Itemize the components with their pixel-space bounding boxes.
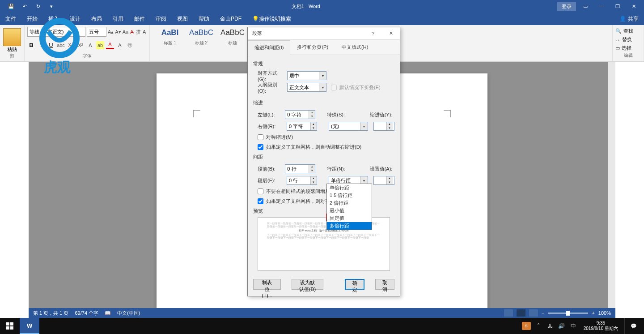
font-color-icon[interactable]: A (106, 41, 114, 49)
indent-left-spinner[interactable]: ▴▾ (285, 110, 315, 119)
spin-up-icon[interactable]: ▴ (310, 122, 317, 126)
special-select[interactable]: ▾ (329, 122, 368, 131)
phonetic-icon[interactable]: 拼 (136, 28, 141, 36)
indent-right-spinner[interactable]: ▴▾ (287, 122, 317, 131)
enclose-char-icon[interactable]: ㊕ (126, 41, 134, 49)
spin-down-icon[interactable]: ▾ (309, 169, 315, 173)
language-indicator[interactable]: 中文(中国) (117, 310, 140, 317)
page-indicator[interactable]: 第 1 页，共 1 页 (33, 310, 68, 317)
qat-more-icon[interactable]: ▾ (48, 3, 55, 9)
subscript-button[interactable]: X₂ (67, 41, 75, 49)
menu-references[interactable]: 引用 (107, 13, 129, 25)
minimize-icon[interactable]: — (595, 0, 608, 13)
chevron-down-icon[interactable]: ▾ (360, 122, 368, 130)
menu-view[interactable]: 视图 (172, 13, 193, 25)
snapgrid-checkbox[interactable] (258, 198, 263, 204)
cancel-button[interactable]: 取消 (375, 279, 394, 290)
char-border-icon[interactable]: A (142, 28, 147, 36)
menu-mailings[interactable]: 邮件 (129, 13, 150, 25)
spin-down-icon[interactable]: ▾ (310, 180, 317, 184)
char-shading-icon[interactable]: A (116, 41, 124, 49)
dropdown-item-double[interactable]: 2 倍行距 (327, 199, 372, 207)
before-spinner[interactable]: ▴▾ (285, 164, 315, 173)
mirror-checkbox[interactable] (258, 134, 263, 140)
font-name-select[interactable] (27, 27, 85, 37)
by-input[interactable] (374, 124, 386, 129)
spin-up-icon[interactable]: ▴ (309, 111, 315, 115)
tab-indent-spacing[interactable]: 缩进和间距(I) (248, 40, 290, 55)
vertical-scrollbar[interactable] (608, 62, 615, 313)
autoadj-checkbox[interactable] (258, 144, 263, 150)
superscript-button[interactable]: X² (76, 41, 85, 49)
word-count[interactable]: 69/74 个字 (75, 310, 98, 317)
bold-button[interactable]: B (27, 41, 35, 49)
menu-layout[interactable]: 布局 (86, 13, 107, 25)
menu-design[interactable]: 设计 (64, 13, 86, 25)
dialog-help-icon[interactable]: ? (369, 31, 377, 36)
at-input[interactable] (374, 178, 386, 183)
after-spinner[interactable]: ▴▾ (287, 176, 317, 185)
web-layout-button[interactable] (529, 309, 538, 317)
spin-down-icon[interactable]: ▾ (386, 180, 393, 184)
ok-button[interactable]: 确定 (345, 279, 365, 290)
after-input[interactable] (287, 178, 310, 183)
dropdown-item-1-5[interactable]: 1.5 倍行距 (327, 192, 372, 199)
tray-expand-icon[interactable]: ˄ (534, 322, 542, 330)
by-spinner[interactable]: ▴▾ (373, 122, 394, 131)
zoom-level[interactable]: 100% (598, 310, 611, 316)
spin-down-icon[interactable]: ▾ (309, 115, 315, 119)
paste-button[interactable] (3, 28, 21, 46)
spin-up-icon[interactable]: ▴ (309, 165, 315, 169)
dropdown-item-exact[interactable]: 固定值 (327, 214, 372, 222)
action-center-icon[interactable]: 💬 (624, 318, 642, 334)
shrink-font-icon[interactable]: A▾ (115, 28, 121, 36)
chevron-down-icon[interactable]: ▾ (319, 72, 326, 80)
outline-select[interactable]: ▾ (287, 83, 326, 92)
line-spacing-input[interactable] (329, 178, 360, 183)
nospace-checkbox[interactable] (258, 188, 263, 194)
tabs-button[interactable]: 制表位(T)... (253, 279, 281, 290)
at-spinner[interactable]: ▴▾ (373, 176, 394, 185)
set-default-button[interactable]: 设为默认值(D) (292, 279, 323, 290)
tell-me[interactable]: 💡 操作说明搜索 (247, 13, 297, 25)
ime-icon[interactable]: S (522, 322, 531, 330)
menu-home[interactable]: 开始 (21, 13, 43, 25)
menu-insert[interactable]: 插入 (43, 13, 64, 25)
print-layout-button[interactable] (517, 309, 525, 317)
input-lang-icon[interactable]: 中 (569, 322, 577, 330)
menu-review[interactable]: 审阅 (150, 13, 172, 25)
outline-input[interactable] (288, 85, 319, 90)
spellcheck-icon[interactable]: 📖 (105, 310, 111, 316)
select-button[interactable]: ▭ 选择 (615, 44, 641, 52)
taskbar-word[interactable]: W (20, 318, 39, 334)
menu-help[interactable]: 帮助 (193, 13, 215, 25)
indent-left-input[interactable] (285, 112, 309, 117)
spin-up-icon[interactable]: ▴ (386, 176, 393, 180)
volume-icon[interactable]: 🔊 (558, 322, 566, 330)
change-case-icon[interactable]: Aa (123, 28, 128, 36)
zoom-slider[interactable] (548, 313, 588, 314)
alignment-input[interactable] (288, 73, 319, 78)
save-icon[interactable]: 💾 (8, 3, 14, 9)
strike-button[interactable]: abc (57, 41, 65, 49)
close-icon[interactable]: ✕ (627, 0, 640, 13)
read-mode-button[interactable] (504, 309, 513, 317)
clear-format-icon[interactable]: A̶ (130, 28, 134, 36)
spin-down-icon[interactable]: ▾ (310, 126, 317, 130)
spin-down-icon[interactable]: ▾ (386, 126, 393, 130)
zoom-out-icon[interactable]: − (542, 310, 544, 316)
dropdown-item-atleast[interactable]: 最小值 (327, 207, 372, 214)
indent-right-input[interactable] (287, 124, 310, 129)
zoom-in-icon[interactable]: + (592, 310, 594, 316)
maximize-icon[interactable]: ❐ (611, 0, 624, 13)
zoom-thumb[interactable] (566, 311, 570, 316)
grow-font-icon[interactable]: A▴ (108, 28, 114, 36)
text-effects-icon[interactable]: A (86, 41, 94, 49)
taskbar-clock[interactable]: 9:35 2019/8/10 星期六 (581, 321, 621, 331)
dialog-close-icon[interactable]: ✕ (386, 30, 395, 36)
tab-line-page[interactable]: 换行和分页(P) (290, 40, 335, 55)
highlight-icon[interactable]: ab (96, 41, 104, 49)
find-button[interactable]: 🔍 查找 (615, 27, 641, 35)
spin-up-icon[interactable]: ▴ (310, 176, 317, 180)
alignment-select[interactable]: ▾ (287, 71, 326, 80)
